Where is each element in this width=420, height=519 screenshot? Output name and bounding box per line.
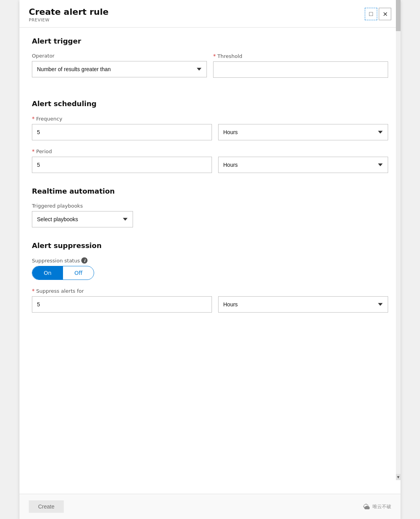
suppress-unit-wrapper: Minutes Hours Days [218,296,388,313]
close-button[interactable]: ✕ [379,8,391,20]
panel-controls: □ ✕ [365,8,391,20]
suppression-toggle[interactable]: On Off [32,266,94,280]
toggle-on-button[interactable]: On [32,266,63,280]
suppression-status-field-group: Suppression status i On Off [32,257,388,280]
period-unit-wrapper: Minutes Hours Days [218,157,388,173]
suppress-alerts-input[interactable] [32,296,212,313]
operator-select-wrapper: Number of results greater than Number of… [32,61,207,77]
operator-label: Operator [32,53,207,59]
panel-header: Create alert rule PREVIEW □ ✕ [19,0,401,28]
alert-scheduling-section: Alert scheduling * Frequency Minutes Hou… [32,100,388,173]
alert-trigger-section: Alert trigger Operator Number of results… [32,37,388,86]
panel-subtitle: PREVIEW [29,17,108,23]
realtime-automation-section: Realtime automation Triggered playbooks … [32,187,388,227]
trigger-fields: Operator Number of results greater than … [32,53,388,86]
period-label: * Period [32,148,388,154]
playbooks-field-group: Triggered playbooks Select playbooks [32,203,388,227]
watermark: 🌥 唯云不破 [363,503,391,511]
period-unit-select[interactable]: Minutes Hours Days [218,157,388,173]
scrollbar-thumb[interactable] [396,0,401,31]
threshold-input[interactable] [213,61,388,78]
watermark-text: 唯云不破 [373,503,391,510]
realtime-automation-title: Realtime automation [32,187,388,195]
operator-select[interactable]: Number of results greater than Number of… [32,61,207,77]
period-input[interactable] [32,157,212,173]
frequency-unit-select[interactable]: Minutes Hours Days [218,124,388,140]
period-field-group: * Period Minutes Hours Days [32,148,388,173]
create-alert-rule-panel: Create alert rule PREVIEW □ ✕ Alert trig… [19,0,401,519]
create-button[interactable]: Create [29,500,64,513]
suppress-alerts-label: * Suppress alerts for [32,288,388,294]
suppression-info-icon: i [81,257,88,264]
suppress-alerts-row: Minutes Hours Days [32,296,388,313]
panel-content: Alert trigger Operator Number of results… [19,28,401,494]
panel-footer: Create 🌥 唯云不破 [19,494,401,519]
title-group: Create alert rule PREVIEW [29,7,108,23]
frequency-unit-wrapper: Minutes Hours Days [218,124,388,140]
operator-field-group: Operator Number of results greater than … [32,53,207,78]
frequency-field-group: * Frequency Minutes Hours Days [32,115,388,140]
suppress-alerts-field-group: * Suppress alerts for Minutes Hours Days [32,288,388,313]
frequency-row: Minutes Hours Days [32,124,388,140]
period-row: Minutes Hours Days [32,157,388,173]
alert-suppression-section: Alert suppression Suppression status i O… [32,241,388,313]
playbooks-select-wrapper: Select playbooks [32,211,133,227]
suppress-unit-select[interactable]: Minutes Hours Days [218,296,388,313]
alert-trigger-title: Alert trigger [32,37,388,45]
alert-suppression-title: Alert suppression [32,241,388,250]
toggle-off-button[interactable]: Off [63,266,94,280]
threshold-field-group: * Threshold [213,53,388,78]
playbooks-select[interactable]: Select playbooks [32,211,133,227]
maximize-button[interactable]: □ [365,8,377,20]
scrollbar-track: ▲ ▼ [396,0,401,480]
threshold-label: * Threshold [213,53,388,59]
panel-title: Create alert rule [29,7,108,17]
scrollbar-arrow-down[interactable]: ▼ [396,474,401,480]
playbooks-label: Triggered playbooks [32,203,388,209]
frequency-label: * Frequency [32,115,388,122]
watermark-icon: 🌥 [363,503,370,511]
frequency-input[interactable] [32,124,212,140]
suppression-status-label: Suppression status i [32,257,388,264]
alert-scheduling-title: Alert scheduling [32,100,388,108]
